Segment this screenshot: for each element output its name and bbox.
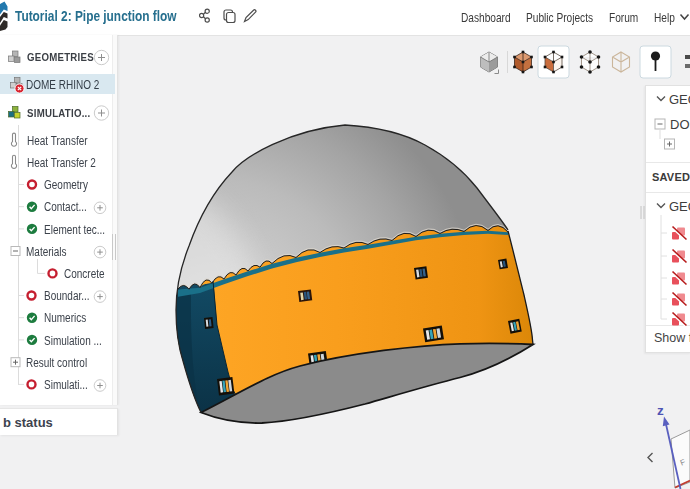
svg-text:z: z (657, 403, 664, 418)
